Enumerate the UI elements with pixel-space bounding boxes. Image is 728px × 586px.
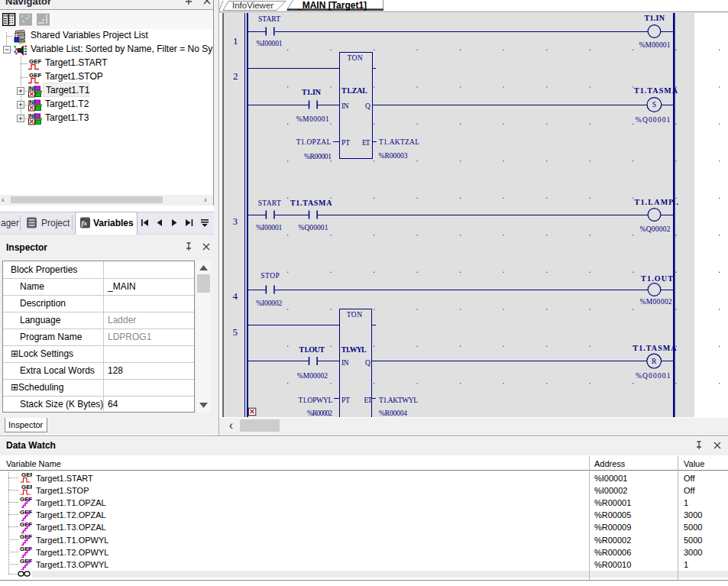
svg-text:START: START bbox=[258, 15, 280, 23]
svg-text:%Q00001: %Q00001 bbox=[298, 224, 328, 231]
svg-text:R: R bbox=[652, 358, 657, 365]
svg-text:T1.AKTZAL: T1.AKTZAL bbox=[379, 138, 419, 146]
svg-text:TON: TON bbox=[348, 54, 363, 62]
svg-text:%R00004: %R00004 bbox=[379, 410, 407, 417]
svg-text:%Q00002: %Q00002 bbox=[640, 225, 671, 233]
svg-text:ET: ET bbox=[364, 397, 373, 404]
svg-text:T1.OPWYL: T1.OPWYL bbox=[298, 397, 332, 404]
svg-text:%M00001: %M00001 bbox=[296, 115, 329, 123]
svg-text:2: 2 bbox=[233, 70, 238, 82]
svg-text:%R00002: %R00002 bbox=[307, 410, 332, 417]
svg-text:PT: PT bbox=[341, 139, 350, 147]
svg-text:Q: Q bbox=[365, 359, 370, 367]
svg-text:T1.OPZAL: T1.OPZAL bbox=[296, 138, 332, 146]
svg-text:%M00002: %M00002 bbox=[640, 298, 672, 306]
svg-text:T1.TASMA: T1.TASMA bbox=[634, 86, 678, 95]
svg-text:%M00002: %M00002 bbox=[297, 372, 328, 380]
svg-text:%Q00001: %Q00001 bbox=[636, 116, 671, 124]
svg-text:STOP: STOP bbox=[260, 272, 280, 280]
svg-text:%I00001: %I00001 bbox=[257, 40, 283, 47]
svg-text:%I00001: %I00001 bbox=[256, 224, 282, 231]
svg-text:T1.OUT: T1.OUT bbox=[299, 345, 325, 354]
svg-text:T1.IN: T1.IN bbox=[302, 88, 322, 96]
svg-text:T1.AKTWYL: T1.AKTWYL bbox=[379, 397, 418, 404]
svg-text:T1.IN: T1.IN bbox=[645, 14, 665, 22]
svg-text:%R00001: %R00001 bbox=[304, 153, 332, 160]
svg-text:fx: fx bbox=[82, 219, 88, 227]
svg-text:4: 4 bbox=[233, 290, 238, 302]
svg-text:PT: PT bbox=[341, 397, 350, 404]
svg-text:T1.TASMA: T1.TASMA bbox=[290, 199, 332, 207]
svg-text:S: S bbox=[652, 101, 656, 108]
svg-text:%Q00001: %Q00001 bbox=[636, 372, 671, 380]
svg-text:T1.WYL: T1.WYL bbox=[341, 345, 367, 354]
svg-text:GEF: GEF bbox=[29, 58, 42, 65]
svg-text:5: 5 bbox=[233, 326, 238, 338]
svg-text:T1.LAMP..: T1.LAMP.. bbox=[635, 198, 679, 206]
svg-text:%R00003: %R00003 bbox=[379, 152, 408, 160]
svg-text:IN: IN bbox=[341, 359, 349, 367]
svg-text:IN: IN bbox=[341, 102, 349, 110]
svg-text:3: 3 bbox=[233, 215, 238, 227]
svg-text:%I00002: %I00002 bbox=[256, 299, 282, 307]
svg-text:TON: TON bbox=[347, 311, 363, 319]
svg-text:ET: ET bbox=[362, 139, 370, 147]
svg-text:1: 1 bbox=[233, 35, 238, 47]
svg-text:GEF: GEF bbox=[29, 72, 42, 79]
svg-text:T1.TASMA: T1.TASMA bbox=[633, 344, 678, 352]
svg-text:%M00001: %M00001 bbox=[639, 41, 671, 49]
svg-text:START: START bbox=[258, 199, 281, 207]
svg-text:T1.OUT: T1.OUT bbox=[641, 274, 673, 283]
svg-text:T1.ZAL: T1.ZAL bbox=[341, 86, 367, 95]
svg-text:Q: Q bbox=[365, 102, 370, 110]
